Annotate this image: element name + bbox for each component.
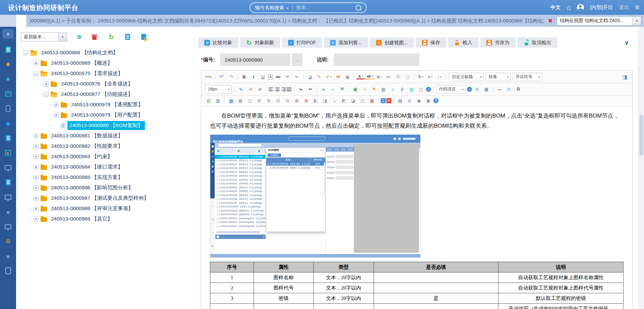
description-input[interactable] — [334, 54, 419, 66]
table-cell[interactable]: 2 — [210, 283, 254, 293]
settings-gear-icon[interactable]: ⚙ — [4, 237, 12, 245]
insert-row-below-icon[interactable]: ⊞ — [264, 97, 273, 105]
add-to-clipboard-button[interactable]: 添加到剪... — [324, 38, 368, 48]
insert-code-icon[interactable] — [467, 87, 472, 92]
caret-down-icon[interactable] — [286, 5, 289, 11]
music-icon[interactable]: ♫ — [388, 85, 397, 93]
anchor-icon[interactable]: Ψ — [338, 85, 346, 93]
tree-expander-icon[interactable]: + — [34, 154, 39, 159]
tree-item[interactable]: + 240513-0000983 【约束】 — [16, 151, 194, 162]
print-icon[interactable] — [4, 46, 12, 54]
dropdown-caret-icon[interactable] — [58, 33, 67, 41]
code-language-select[interactable]: 代码语言 — [436, 85, 466, 94]
tree-expander-icon[interactable]: + — [34, 61, 39, 66]
paragraph-select[interactable]: 段落 — [486, 73, 511, 81]
quick-template-icon[interactable]: ▦ — [482, 85, 491, 93]
page-scrollbar-thumb[interactable] — [639, 115, 643, 156]
link-icon[interactable]: ∞ — [319, 85, 328, 93]
merge-right-icon[interactable]: ◨ — [321, 97, 329, 105]
collapse-toolbar-icon[interactable]: ∨ — [624, 39, 629, 47]
text-direction-icon[interactable]: ⇄ — [256, 85, 264, 93]
find-replace-icon[interactable]: ◉ — [415, 97, 423, 105]
table-cell[interactable]: 文本，20字以内 — [314, 272, 374, 283]
table-cell[interactable] — [374, 272, 498, 283]
tree-item[interactable]: + 240513-0000981 【数据描述】 — [16, 131, 194, 141]
bold-icon[interactable]: B — [240, 73, 249, 81]
search-category-dropdown[interactable]: 编号名称搜索 — [250, 5, 286, 11]
symbol-select[interactable]: 开目符号 — [513, 73, 542, 81]
insert-row-above-icon[interactable]: ⊞ — [255, 97, 264, 105]
table-cell[interactable]: 是 — [374, 293, 498, 304]
tree-item[interactable]: - 240513-0000975 【需求描述】 — [16, 68, 194, 79]
align-left-icon[interactable] — [269, 87, 274, 91]
align-center-icon[interactable] — [275, 87, 280, 91]
unlink-icon[interactable]: ∞ — [328, 85, 337, 93]
font-border-icon[interactable]: A — [268, 74, 273, 79]
refresh-icon[interactable]: ↻ — [107, 33, 115, 41]
tree-expander-icon[interactable]: + — [34, 217, 39, 222]
save-as-button[interactable]: 另存为 — [480, 38, 516, 48]
tree-expander-icon[interactable]: + — [34, 185, 39, 190]
special-chars-icon[interactable]: Ω — [514, 85, 523, 93]
document-search-icon[interactable] — [140, 33, 148, 41]
table-properties-icon[interactable]: ▦ — [236, 97, 245, 105]
paragraph-rtl-icon[interactable]: ◂¶ — [246, 85, 255, 93]
create-view-button[interactable]: 创建视图... — [370, 38, 414, 48]
document-icon[interactable] — [4, 134, 12, 142]
help-icon[interactable] — [433, 98, 438, 103]
tree-item[interactable]: 240513-0000980 【BOM复制】 — [16, 120, 194, 131]
file-icon[interactable] — [4, 267, 12, 275]
heading-select[interactable]: 自定义标题 — [449, 73, 484, 81]
media-icon[interactable]: ▥ — [379, 85, 388, 93]
global-search[interactable]: 编号名称搜索 搜索... — [250, 2, 367, 13]
display-icon[interactable] — [4, 193, 12, 201]
workstation-icon[interactable] — [4, 164, 12, 172]
flash-icon[interactable]: Ϟ — [370, 85, 378, 93]
panel-toggle-icon[interactable]: ◨ — [621, 73, 629, 81]
highlight-color-icon[interactable]: ab — [366, 74, 374, 79]
table-cell[interactable] — [374, 283, 498, 293]
table-cell[interactable]: 自动获取工艺规程对象上图样名称属性 — [498, 272, 624, 283]
tree-expander-icon[interactable]: + — [34, 144, 39, 149]
tree-expander-icon[interactable]: + — [34, 175, 39, 180]
table-cell[interactable]: 密级 — [254, 293, 313, 304]
delete-table-icon[interactable]: ▦ — [368, 97, 376, 105]
table-cell[interactable]: 图样代号 — [254, 283, 313, 293]
tree-item[interactable]: + 240513-0000979 【用户配置】 — [16, 110, 194, 120]
tree-expander-icon[interactable]: - — [23, 50, 29, 55]
tree-expander-icon[interactable]: + — [34, 165, 39, 170]
view-selector-value[interactable]: 结构化视图 结构化文档:2405... — [557, 18, 632, 24]
language-toggle[interactable]: 中文 — [550, 4, 560, 11]
version-selector[interactable]: 最新版本... — [21, 33, 67, 42]
text-flow-icon[interactable]: ≡ — [426, 73, 434, 81]
increase-font-icon[interactable]: A▴ — [297, 85, 305, 93]
delete-col-icon[interactable]: ⊠ — [302, 97, 311, 105]
print-icon[interactable]: ▤ — [396, 97, 405, 105]
page-scrollbar-track[interactable] — [638, 27, 644, 309]
refresh-object-button[interactable]: 对象刷新 — [240, 38, 280, 48]
insert-table-icon[interactable]: ▦ — [227, 97, 235, 105]
cancel-checkout-button[interactable]: 取消检出 — [518, 38, 557, 48]
view-selector[interactable]: 结构化视图 结构化文档:2405... — [557, 16, 641, 25]
redo-icon[interactable]: ↷ — [227, 73, 235, 81]
table-cell[interactable]: 自动获取工艺规程对象上图样代号属性 — [498, 283, 624, 293]
tree-item[interactable]: + 240513-0000976 【业务描述】 — [16, 79, 194, 89]
schedule-icon[interactable] — [4, 149, 12, 157]
collapse-left-icon[interactable]: « — [4, 208, 12, 216]
split-cells-icon[interactable]: ◩ — [339, 97, 348, 105]
dropdown-caret-icon[interactable] — [632, 17, 641, 25]
search-input[interactable]: 搜索... — [296, 5, 356, 11]
read-mode-icon[interactable]: ▤ — [204, 97, 213, 105]
tree-item[interactable]: - 240513-0000968 【结构化文档】 — [16, 48, 194, 58]
team-icon[interactable]: ☻ — [4, 60, 12, 68]
add-node-icon[interactable]: ⊕ — [75, 33, 83, 41]
table-cell[interactable]: 图样名称 — [254, 272, 313, 283]
emoji-icon[interactable]: ☺ — [360, 85, 369, 93]
align-justify-icon[interactable] — [287, 87, 292, 91]
more-button[interactable]: ... — [292, 54, 302, 66]
kaimu-te-icon[interactable]: 特 — [386, 98, 391, 103]
font-size-select[interactable]: 16px — [205, 85, 232, 94]
tree-item[interactable]: + 240513-0000987 【测试要点及典型样例】 — [16, 193, 194, 203]
tree-item[interactable]: + 240513-0000969 【概述】 — [16, 58, 194, 68]
more-expand-icon[interactable]: » — [4, 252, 12, 260]
